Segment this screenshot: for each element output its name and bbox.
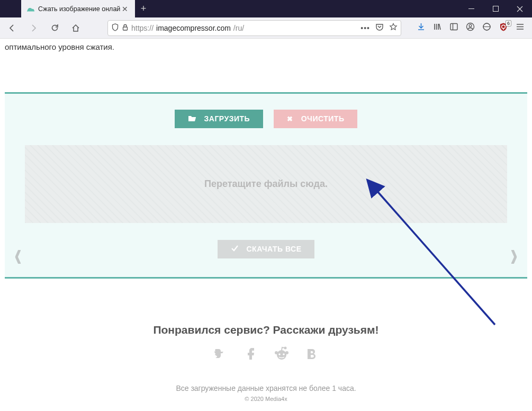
svg-point-15 (278, 353, 281, 355)
dropzone-text: Перетащите файлы сюда. (204, 178, 328, 190)
tab-favicon (26, 5, 35, 13)
dropzone[interactable]: Перетащите файлы сюда. (25, 145, 507, 223)
home-button[interactable] (68, 20, 84, 36)
library-icon[interactable] (433, 22, 442, 33)
tab-close-icon[interactable]: ✕ (120, 5, 130, 13)
tab-title: Сжать изображение онлайн (38, 5, 120, 13)
url-path: /ru/ (233, 24, 244, 32)
maximize-button[interactable] (483, 0, 508, 17)
download-all-button[interactable]: СКАЧАТЬ ВСЕ (218, 240, 315, 258)
svg-rect-10 (503, 28, 503, 30)
minimize-button[interactable] (459, 0, 483, 17)
browser-tab[interactable]: Сжать изображение онлайн ✕ (21, 0, 135, 17)
window-titlebar: Сжать изображение онлайн ✕ + (0, 0, 532, 17)
clear-button-label: ОЧИСТИТЬ (301, 114, 345, 123)
vk-icon[interactable] (305, 346, 320, 363)
reader-pocket-icon[interactable] (375, 23, 384, 33)
clear-button[interactable]: ✖ ОЧИСТИТЬ (274, 110, 357, 128)
page-actions-icon[interactable]: ••• (360, 24, 370, 32)
svg-point-13 (285, 351, 288, 354)
tracking-shield-icon[interactable] (111, 23, 119, 33)
forward-button[interactable] (25, 20, 41, 36)
page-viewport[interactable]: оптимального уровня сжатия. ЗАГРУЗИТЬ ✖ … (0, 39, 532, 411)
back-button[interactable] (4, 20, 20, 36)
toolbar-right: 6 (417, 22, 528, 34)
close-window-button[interactable] (508, 0, 532, 17)
reload-button[interactable] (47, 20, 62, 36)
share-title: Понравился сервис? Расскажи друзьям! (5, 324, 527, 336)
bookmark-star-icon[interactable] (389, 23, 398, 33)
facebook-icon[interactable] (243, 346, 258, 363)
window-controls (459, 0, 532, 17)
account-icon[interactable] (466, 22, 475, 33)
reddit-icon[interactable] (274, 346, 290, 363)
lock-icon[interactable] (122, 24, 129, 32)
folder-open-icon (188, 114, 196, 123)
retention-notice: Все загруженные данные хранятся не более… (5, 384, 527, 392)
svg-rect-3 (123, 27, 128, 30)
url-scheme: https:// (131, 24, 154, 32)
download-all-label: СКАЧАТЬ ВСЕ (247, 245, 302, 253)
svg-rect-4 (450, 24, 457, 30)
svg-point-12 (275, 351, 278, 354)
copyright: © 2020 Media4x (5, 396, 527, 402)
upload-button-label: ЗАГРУЗИТЬ (204, 114, 250, 123)
carousel-prev-icon[interactable]: ‹ (14, 234, 22, 275)
separator-bottom (5, 277, 527, 279)
extension-icon[interactable] (482, 22, 491, 33)
app-menu-icon[interactable] (516, 22, 525, 33)
carousel-next-icon[interactable]: › (510, 234, 518, 275)
ublock-icon[interactable]: 6 (499, 22, 508, 34)
check-icon (231, 244, 239, 254)
svg-rect-1 (468, 8, 474, 9)
svg-rect-2 (493, 6, 498, 12)
intro-text-fragment: оптимального уровня сжатия. (5, 42, 527, 52)
url-domain: imagecompressor.com (156, 24, 231, 32)
share-section: Понравился сервис? Расскажи друзьям! Все… (5, 324, 527, 402)
downloads-icon[interactable] (417, 22, 426, 33)
svg-point-16 (283, 353, 285, 355)
sidebar-icon[interactable] (449, 22, 458, 33)
svg-rect-0 (27, 11, 34, 12)
new-tab-button[interactable]: + (135, 0, 152, 17)
address-bar[interactable]: https://imagecompressor.com/ru/ ••• (107, 20, 401, 36)
upload-button[interactable]: ЗАГРУЗИТЬ (175, 110, 264, 128)
twitter-icon[interactable] (212, 346, 227, 363)
svg-point-7 (469, 24, 472, 27)
ublock-badge-count: 6 (506, 20, 511, 26)
compressor-tool-panel: ЗАГРУЗИТЬ ✖ ОЧИСТИТЬ Перетащите файлы сю… (5, 94, 527, 277)
browser-toolbar: https://imagecompressor.com/ru/ ••• 6 (0, 17, 532, 39)
close-icon: ✖ (287, 115, 293, 123)
